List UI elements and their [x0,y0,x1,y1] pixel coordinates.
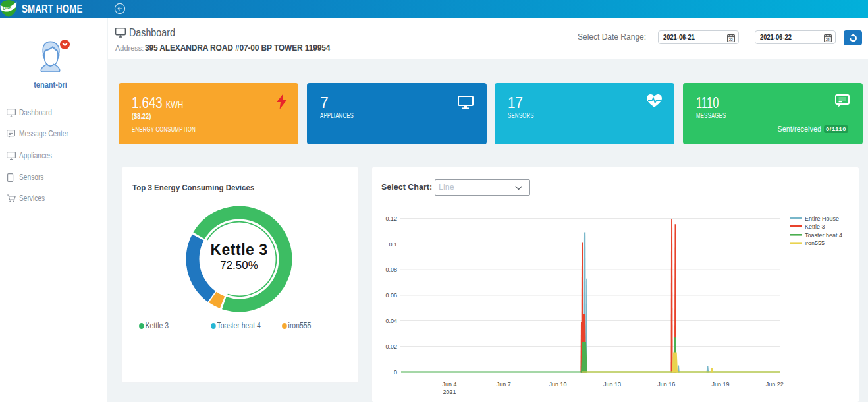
svg-text:iron555: iron555 [805,240,825,246]
svg-text:Jun 19: Jun 19 [711,381,729,388]
svg-text:0.04: 0.04 [385,318,397,324]
svg-text:Jun 7: Jun 7 [497,381,511,388]
svg-text:Entire House: Entire House [805,215,839,222]
svg-text:Jun 4: Jun 4 [442,381,456,388]
svg-text:Toaster heat 4: Toaster heat 4 [805,232,842,239]
svg-text:Kettle 3: Kettle 3 [805,223,825,230]
svg-text:Jun 13: Jun 13 [603,381,621,388]
svg-text:Jun 22: Jun 22 [766,381,784,388]
svg-text:2021: 2021 [443,389,456,395]
svg-text:0.06: 0.06 [385,292,397,299]
svg-text:22: 22 [826,38,830,42]
svg-text:0.1: 0.1 [389,241,397,248]
svg-text:0.08: 0.08 [385,266,397,273]
svg-text:0.02: 0.02 [385,343,397,350]
svg-text:Jun 10: Jun 10 [549,381,567,388]
svg-text:0: 0 [394,369,397,376]
svg-text:22: 22 [729,38,733,42]
svg-text:0.12: 0.12 [385,215,397,222]
svg-text:Jun 16: Jun 16 [657,381,675,388]
